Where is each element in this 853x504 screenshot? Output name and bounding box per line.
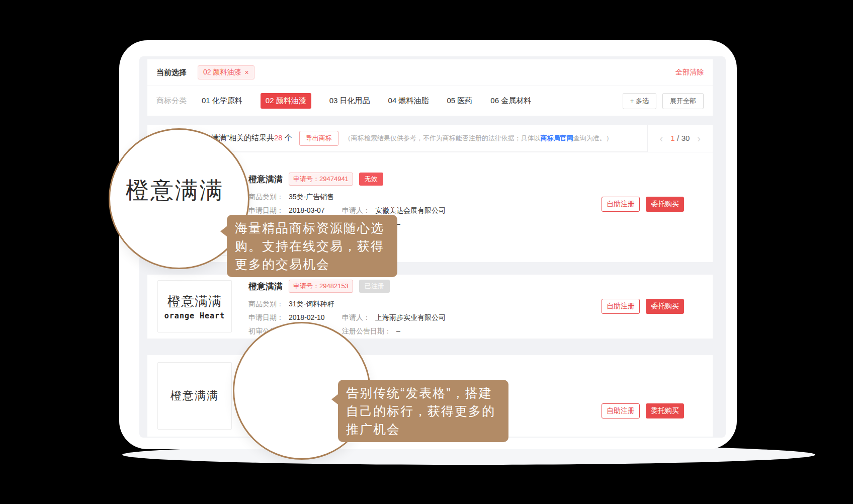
application-number-tag: 申请号：29482153	[289, 280, 353, 293]
current-page: 1	[670, 134, 674, 142]
expand-all-button[interactable]: 展开全部	[662, 93, 704, 109]
current-selection-label: 当前选择	[156, 68, 187, 77]
category-bar: 商标分类 01 化学原料 02 颜料油漆 03 日化用品 04 燃料油脂 05 …	[147, 86, 713, 116]
table-row: 橙意满满 orange Heart 橙意满满 申请号：29482153 已注册 …	[147, 275, 713, 339]
trademark-thumbnail: 橙意满满 orange Heart	[157, 280, 232, 332]
category-item-06[interactable]: 06 金属材料	[490, 96, 531, 106]
status-badge: 已注册	[359, 280, 390, 293]
filter-tag-paint[interactable]: 02 颜料油漆 ×	[198, 65, 254, 79]
category-list: 01 化学原料 02 颜料油漆 03 日化用品 04 燃料油脂 05 医药 06…	[202, 93, 531, 109]
callout-line: 自己的标行，获得更多的	[346, 402, 500, 420]
magnified-trademark-text: 橙意满满	[126, 175, 224, 206]
self-register-button[interactable]: 自助注册	[602, 403, 640, 418]
trademark-name: 橙意满满	[248, 174, 283, 185]
callout-line: 推广机会	[346, 420, 500, 438]
disclaimer-text-post: 查询为准。）	[573, 134, 613, 142]
field-label: 申请人：	[342, 313, 370, 322]
pagination: ‹ 1 / 30 ›	[647, 125, 713, 152]
trademark-thumbnail: 橙意满满	[157, 362, 232, 430]
field-value: 2018-03-07	[289, 206, 325, 215]
field-value: 35类-广告销售	[289, 193, 334, 202]
category-actions: + 多选 展开全部	[623, 93, 704, 109]
callout-arrow-icon	[331, 394, 338, 405]
callout-line: 告别传统“发表格”，搭建	[346, 384, 500, 402]
thumbnail-subtitle: orange Heart	[164, 311, 225, 320]
multi-select-button[interactable]: + 多选	[623, 93, 656, 109]
field-label: 申请日期：	[248, 313, 284, 322]
callout-arrow-icon	[220, 226, 227, 237]
category-item-05[interactable]: 05 医药	[447, 96, 472, 106]
total-pages: 30	[681, 134, 690, 142]
thumbnail-title: 橙意满满	[170, 388, 219, 403]
next-page-icon[interactable]: ›	[697, 133, 701, 143]
entrust-purchase-button[interactable]: 委托购买	[646, 299, 684, 314]
field-value: 31类-饲料种籽	[289, 300, 334, 309]
field-label: 商品类别：	[248, 193, 284, 202]
field-label: 商品类别：	[248, 300, 284, 309]
category-item-04[interactable]: 04 燃料油脂	[388, 96, 429, 106]
callout-marketplace: 海量精品商标资源随心选 购。支持在线交易，获得 更多的交易机会	[227, 215, 397, 277]
thumbnail-title: 橙意满满	[167, 293, 222, 310]
category-bar-label: 商标分类	[156, 96, 187, 106]
callout-promotion: 告别传统“发表格”，搭建 自己的标行，获得更多的 推广机会	[338, 380, 508, 442]
entrust-purchase-button[interactable]: 委托购买	[646, 197, 684, 212]
field-label: 申请日期：	[248, 206, 284, 215]
page-separator: /	[677, 134, 679, 142]
field-label: 注册公告日期：	[342, 327, 391, 336]
callout-line: 购。支持在线交易，获得	[235, 237, 389, 255]
application-number-tag: 申请号：29474941	[289, 173, 353, 186]
page: 当前选择 02 颜料油漆 × 全部清除 商标分类 01 化学原料 02 颜料油漆…	[0, 0, 853, 504]
category-item-02-selected[interactable]: 02 颜料油漆	[261, 93, 311, 109]
field-value: 安徽美达会展有限公司	[375, 206, 446, 215]
entrust-purchase-button[interactable]: 委托购买	[646, 403, 684, 418]
results-summary-unit: 个	[283, 133, 292, 142]
trademark-name: 橙意满满	[248, 281, 283, 292]
current-selection-bar: 当前选择 02 颜料油漆 × 全部清除	[147, 59, 713, 86]
disclaimer-text-pre: （商标检索结果仅供参考，不作为商标能否注册的法律依据；具体以	[345, 134, 541, 142]
callout-line: 更多的交易机会	[235, 255, 389, 273]
category-item-01[interactable]: 01 化学原料	[202, 96, 242, 106]
results-count: 28	[274, 133, 283, 142]
field-value: –	[396, 327, 400, 336]
export-trademarks-button[interactable]: 导出商标	[299, 131, 338, 146]
self-register-button[interactable]: 自助注册	[602, 299, 640, 314]
callout-line: 海量精品商标资源随心选	[235, 219, 389, 237]
field-value: 2018-02-10	[289, 313, 325, 322]
filter-tag-label: 02 颜料油漆	[203, 68, 241, 77]
field-value: 上海雨步实业有限公司	[375, 313, 446, 322]
self-register-button[interactable]: 自助注册	[602, 197, 640, 212]
results-header: 为您检索到“橙意满满”相关的结果共28 个 导出商标 （商标检索结果仅供参考，不…	[147, 125, 713, 152]
status-badge: 无效	[359, 173, 383, 186]
category-item-03[interactable]: 03 日化用品	[329, 96, 370, 106]
field-label: 申请人：	[342, 206, 370, 215]
clear-all-button[interactable]: 全部清除	[675, 68, 704, 77]
prev-page-icon[interactable]: ‹	[660, 133, 663, 143]
remove-filter-icon[interactable]: ×	[244, 69, 248, 76]
trademark-office-link[interactable]: 商标局官网	[541, 134, 573, 142]
results-disclaimer: （商标检索结果仅供参考，不作为商标能否注册的法律依据；具体以商标局官网查询为准。…	[345, 134, 613, 143]
